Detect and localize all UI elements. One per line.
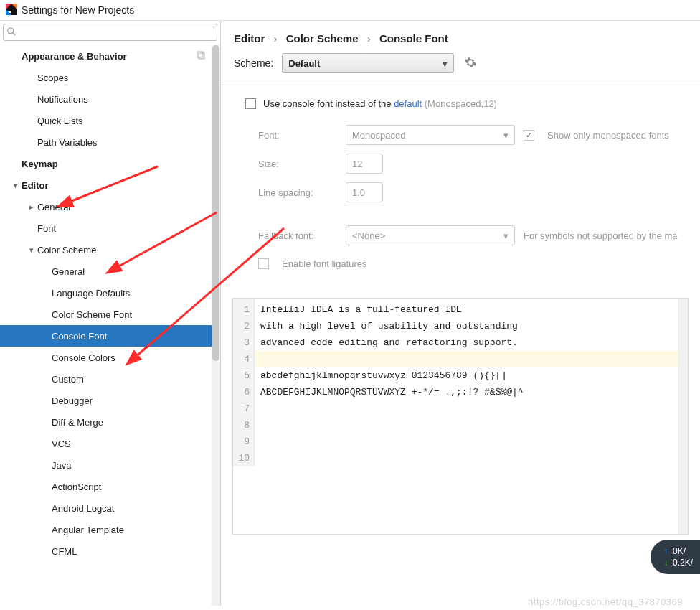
tree-label: Editor — [22, 180, 49, 191]
size-value: 12 — [352, 159, 362, 169]
chevron-down-icon: ▾ — [26, 245, 37, 255]
scheme-label: Scheme: — [234, 57, 273, 69]
settings-tree: Appearance & Behavior Scopes Notificatio… — [0, 45, 220, 606]
text: (Monospaced,12) — [422, 98, 497, 109]
ligatures-checkbox[interactable] — [258, 258, 269, 269]
tree-cs-vcs[interactable]: VCS — [0, 433, 220, 454]
tree-label: Console Font — [52, 331, 107, 342]
tree-label: Scopes — [37, 72, 68, 83]
tree-label: Debugger — [52, 395, 93, 406]
tree-cs-font[interactable]: Color Scheme Font — [0, 304, 220, 325]
tree-label: Path Variables — [37, 137, 98, 148]
svg-rect-5 — [199, 53, 204, 59]
spacing-value: 1.0 — [352, 187, 365, 198]
font-preview: 1 2 3 4 5 6 7 8 9 10 IntelliJ IDEA is a … — [232, 298, 689, 535]
spacing-input[interactable]: 1.0 — [346, 182, 383, 202]
chevron-down-icon: ▾ — [10, 181, 22, 190]
search-input[interactable] — [3, 24, 217, 41]
tree-quick-lists[interactable]: Quick Lists — [0, 110, 220, 131]
tree-label: VCS — [52, 438, 71, 449]
upload-icon: ↑ — [663, 546, 668, 556]
font-select[interactable]: Monospaced ▾ — [346, 125, 515, 145]
tree-cs-angular[interactable]: Angular Template — [0, 519, 220, 540]
tree-label: Font — [37, 223, 56, 234]
tree-cs-actionscript[interactable]: ActionScript — [0, 476, 220, 497]
default-link[interactable]: default — [394, 98, 422, 109]
tree-editor-general[interactable]: ▸ General — [0, 196, 220, 217]
chevron-right-icon: › — [361, 32, 377, 44]
tree-cs-java[interactable]: Java — [0, 454, 220, 476]
titlebar: Settings for New Projects — [0, 0, 700, 20]
tree-path-variables[interactable]: Path Variables — [0, 131, 220, 153]
download-icon: ↓ — [663, 558, 668, 568]
spacing-label: Line spacing: — [258, 187, 337, 198]
chevron-right-icon: ▸ — [26, 202, 37, 212]
fallback-hint: For symbols not supported by the ma — [524, 230, 687, 241]
tree-notifications[interactable]: Notifications — [0, 88, 220, 110]
copy-icon — [196, 50, 206, 62]
font-value: Monospaced — [352, 130, 405, 141]
tree-keymap[interactable]: Keymap — [0, 153, 220, 174]
show-mono-checkbox[interactable]: ✓ — [524, 130, 534, 141]
tree-label: Angular Template — [52, 525, 124, 535]
crumb-editor[interactable]: Editor — [234, 32, 265, 44]
intellij-icon — [6, 4, 17, 17]
tree-cs-cfml[interactable]: CFML — [0, 540, 220, 562]
tree-cs-console-colors[interactable]: Console Colors — [0, 347, 220, 368]
tree-editor[interactable]: ▾ Editor — [0, 174, 220, 196]
tree-label: Color Scheme Font — [52, 309, 132, 320]
tree-label: Custom — [52, 374, 84, 385]
fallback-select[interactable]: <None> ▾ — [346, 225, 515, 245]
tree-label: Notifications — [37, 94, 88, 105]
tree-label: Diff & Merge — [52, 417, 103, 428]
settings-sidebar: Appearance & Behavior Scopes Notificatio… — [0, 21, 221, 606]
tree-cs-lang-defaults[interactable]: Language Defaults — [0, 282, 220, 304]
window-title: Settings for New Projects — [22, 4, 134, 16]
tree-scopes[interactable]: Scopes — [0, 67, 220, 88]
scheme-select[interactable]: Default ▾ — [282, 53, 454, 73]
tree-label: ActionScript — [52, 482, 101, 492]
gear-icon[interactable] — [464, 56, 477, 71]
tree-label: Appearance & Behavior — [22, 51, 127, 62]
chevron-down-icon: ▾ — [443, 58, 448, 69]
tree-label: General — [52, 266, 85, 277]
tree-cs-diff[interactable]: Diff & Merge — [0, 411, 220, 433]
tree-label: CFML — [52, 546, 77, 557]
crumb-console-font: Console Font — [379, 32, 448, 44]
watermark: https://blog.csdn.net/qq_37870369 — [528, 596, 683, 607]
tree-cs-general[interactable]: General — [0, 261, 220, 282]
tree-label: General — [37, 202, 70, 212]
ligatures-label: Enable font ligatures — [282, 258, 367, 269]
upload-value: 0K/ — [673, 546, 686, 556]
preview-code[interactable]: IntelliJ IDEA is a full-featured IDEwith… — [255, 299, 688, 466]
text: Use console font instead of the — [263, 98, 394, 109]
chevron-down-icon: ▾ — [503, 130, 509, 141]
use-console-font-label: Use console font instead of the default … — [263, 98, 497, 109]
crumb-color-scheme[interactable]: Color Scheme — [286, 32, 359, 44]
search-icon — [6, 27, 16, 39]
main-panel: Editor › Color Scheme › Console Font Sch… — [221, 21, 700, 606]
tree-cs-android-logcat[interactable]: Android Logcat — [0, 497, 220, 519]
sidebar-scrollbar-thumb[interactable] — [212, 45, 219, 361]
tree-cs-console-font[interactable]: Console Font — [0, 325, 220, 347]
size-input[interactable]: 12 — [346, 154, 383, 174]
tree-cs-debugger[interactable]: Debugger — [0, 390, 220, 411]
scheme-value: Default — [288, 58, 320, 69]
tree-color-scheme[interactable]: ▾ Color Scheme — [0, 239, 220, 261]
chevron-down-icon: ▾ — [503, 230, 509, 241]
breadcrumb: Editor › Color Scheme › Console Font — [221, 21, 700, 53]
chevron-right-icon: › — [268, 32, 283, 44]
network-badge: ↑ 0K/ ↓ 0.2K/ — [651, 540, 700, 574]
tree-appearance-behavior[interactable]: Appearance & Behavior — [0, 45, 220, 67]
preview-gutter: 1 2 3 4 5 6 7 8 9 10 — [233, 299, 255, 466]
tree-label: Keymap — [22, 159, 58, 169]
download-value: 0.2K/ — [673, 558, 693, 568]
tree-editor-font[interactable]: Font — [0, 217, 220, 239]
fallback-value: <None> — [352, 230, 385, 241]
svg-point-2 — [8, 28, 14, 34]
svg-line-3 — [13, 33, 16, 36]
tree-cs-custom[interactable]: Custom — [0, 368, 220, 390]
tree-label: Language Defaults — [52, 288, 130, 299]
use-console-font-checkbox[interactable] — [245, 98, 256, 109]
show-mono-label: Show only monospaced fonts — [547, 130, 669, 141]
